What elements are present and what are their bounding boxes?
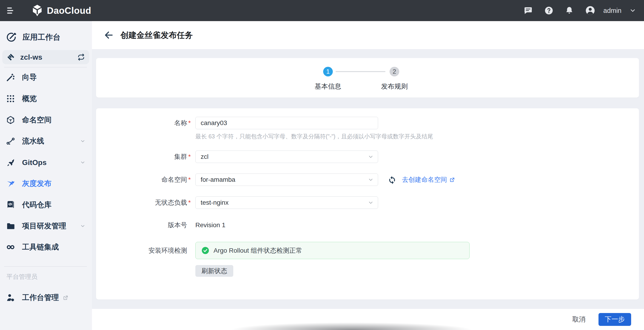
workload-select-value: test-nginx	[201, 199, 228, 206]
brand-name: DaoCloud	[47, 5, 91, 16]
app-screen: DaoCloud admin 应用工作台	[0, 0, 644, 330]
stepper-card: 1 2 基本信息 发布规则	[96, 58, 639, 98]
hamburger-menu-icon[interactable]	[6, 5, 16, 16]
workload-label: 无状态负载*	[96, 198, 195, 207]
revision-label: 版本号*	[96, 221, 195, 229]
sidebar-product-header: 应用工作台	[6, 30, 60, 44]
sidebar-item-project-mgmt[interactable]: 项目研发管理	[0, 215, 92, 237]
chevron-down-icon[interactable]	[80, 223, 86, 229]
step-1-indicator: 1	[323, 67, 333, 76]
env-check-status-text: Argo Rollout 组件状态检测正常	[214, 246, 302, 255]
refresh-status-button[interactable]: 刷新状态	[195, 265, 233, 277]
sidebar-item-toolchain[interactable]: 工具链集成	[0, 237, 92, 258]
workload-field-row: 无状态负载* test-nginx	[96, 196, 378, 209]
switch-workspace-icon[interactable]	[77, 53, 85, 61]
name-label: 名称*	[96, 119, 195, 127]
workspace-name: zcl-ws	[20, 53, 42, 61]
revision-field-row: 版本号* Revision 1	[96, 219, 226, 231]
cancel-button[interactable]: 取消	[572, 315, 586, 324]
sidebar: 应用工作台 zcl-ws 向导 概览	[0, 21, 92, 330]
revision-value: Revision 1	[195, 221, 226, 229]
external-link-icon	[449, 177, 455, 183]
person-cube-icon	[6, 293, 15, 302]
username[interactable]: admin	[603, 7, 622, 14]
workspace-selector[interactable]: zcl-ws	[2, 50, 89, 64]
sidebar-item-workbench-admin[interactable]: 工作台管理	[0, 287, 92, 308]
chevron-down-icon[interactable]	[80, 160, 86, 165]
name-field-row: 名称*	[96, 117, 378, 129]
required-marker: *	[188, 153, 191, 160]
compose-circle-icon	[6, 32, 16, 42]
sidebar-item-code-repo[interactable]: 代码仓库	[0, 194, 92, 215]
sidebar-item-pipeline[interactable]: 流水线	[0, 131, 92, 152]
topbar: DaoCloud admin	[0, 0, 644, 21]
create-namespace-link[interactable]: 去创建命名空间	[402, 175, 455, 184]
sidebar-item-namespace[interactable]: 命名空间	[0, 110, 92, 131]
stepper-connector	[336, 71, 386, 72]
chevron-down-icon	[368, 154, 374, 160]
refresh-namespaces-icon[interactable]	[387, 175, 397, 184]
code-repo-icon	[6, 200, 15, 209]
name-hint: 最长 63 个字符，只能包含小写字母、数字及分隔符("-")，且必须以小写字母或…	[195, 133, 433, 140]
pipeline-icon	[6, 137, 15, 146]
bird-icon	[6, 179, 15, 188]
required-marker: *	[188, 119, 191, 127]
required-marker: *	[188, 199, 191, 206]
namespace-field-row: 命名空间* for-amamba 去创建命名空间	[96, 173, 455, 186]
help-icon[interactable]	[544, 6, 554, 15]
sidebar-divider	[4, 266, 87, 267]
daocloud-logo-icon[interactable]	[31, 4, 44, 17]
name-input[interactable]	[195, 117, 378, 129]
sidebar-item-gitops[interactable]: GitOps	[0, 152, 92, 173]
back-arrow-icon[interactable]	[104, 30, 114, 40]
chevron-down-icon	[368, 177, 374, 183]
sidebar-item-canary-release[interactable]: 灰度发布	[0, 173, 92, 194]
namespace-label: 命名空间*	[96, 175, 195, 184]
chevron-down-icon	[368, 200, 374, 206]
namespace-select-value: for-amamba	[201, 176, 235, 183]
env-check-row: 安装环境检测* Argo Rollout 组件状态检测正常	[96, 242, 470, 259]
chevron-down-icon[interactable]	[80, 138, 86, 144]
external-link-icon	[62, 295, 69, 301]
cluster-select-value: zcl	[201, 153, 208, 161]
env-check-label: 安装环境检测*	[96, 246, 195, 255]
workspace-logo-icon	[6, 53, 15, 61]
topbar-actions: admin	[523, 0, 636, 21]
feedback-chat-icon[interactable]	[523, 6, 533, 15]
footer-actions: 取消 下一步	[92, 309, 644, 330]
check-circle-icon	[201, 246, 210, 255]
rocket-icon	[6, 158, 15, 167]
required-marker: *	[188, 176, 191, 183]
user-menu-chevron-down-icon[interactable]	[629, 7, 636, 14]
notifications-bell-icon[interactable]	[565, 6, 574, 15]
infinity-icon	[6, 243, 15, 252]
page-header: 创建金丝雀发布任务	[92, 21, 644, 49]
cube-icon	[6, 115, 15, 125]
next-step-button[interactable]: 下一步	[598, 313, 631, 326]
folder-icon	[6, 221, 15, 231]
grid-icon	[6, 94, 15, 103]
basic-info-form-card: 名称* 最长 63 个字符，只能包含小写字母、数字及分隔符("-")，且必须以小…	[96, 108, 639, 300]
namespace-select[interactable]: for-amamba	[195, 173, 378, 186]
cluster-select[interactable]: zcl	[195, 151, 378, 163]
user-avatar-icon[interactable]	[585, 5, 596, 16]
sidebar-item-wizard[interactable]: 向导	[0, 67, 92, 88]
env-check-status-box: Argo Rollout 组件状态检测正常	[195, 242, 470, 259]
product-name: 应用工作台	[22, 32, 60, 42]
sidebar-section-label: 平台管理员	[6, 273, 38, 281]
cluster-label: 集群*	[96, 152, 195, 161]
step-2-label: 发布规则	[372, 82, 418, 91]
cluster-field-row: 集群* zcl	[96, 151, 378, 163]
step-1-label: 基本信息	[305, 82, 351, 91]
step-2-indicator: 2	[390, 67, 399, 76]
page-title: 创建金丝雀发布任务	[120, 30, 193, 41]
sidebar-item-overview[interactable]: 概览	[0, 88, 92, 109]
workload-select[interactable]: test-nginx	[195, 196, 378, 209]
wand-icon	[6, 73, 15, 82]
